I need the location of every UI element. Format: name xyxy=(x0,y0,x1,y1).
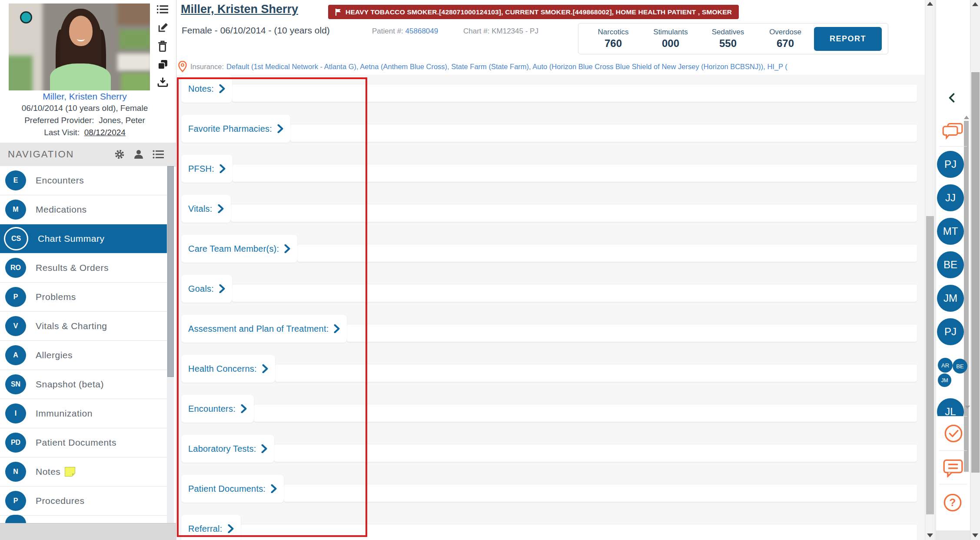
nav-item[interactable]: PD Patient Documents xyxy=(0,428,167,457)
window-scrollbar[interactable] xyxy=(970,0,980,540)
header-patient-name[interactable]: Miller, Kristen Sherry xyxy=(181,3,298,16)
section-header[interactable]: Assessment and Plan of Treatment: xyxy=(181,315,347,343)
section-collapsed-row[interactable] xyxy=(232,284,917,302)
chart-summary-content: Notes: Favorite Pharmacies: PFSH: xyxy=(176,75,925,540)
section-header[interactable]: Health Concerns: xyxy=(181,355,275,383)
collapse-panel-icon[interactable] xyxy=(948,93,955,103)
nav-item[interactable]: E Encounters xyxy=(0,166,167,195)
nav-item[interactable]: N Notes xyxy=(0,457,167,487)
section-collapsed-row[interactable] xyxy=(241,524,917,540)
alert-banner-text: HEAVY TOBACCO SMOKER.[428071000124103], … xyxy=(345,8,732,16)
rail-scroll-up-arrow[interactable] xyxy=(964,116,969,119)
preferred-provider: Preferred Provider: Jones, Peter xyxy=(0,116,169,125)
stat-label: Overdose xyxy=(757,28,814,37)
section-collapsed-row[interactable] xyxy=(275,364,917,382)
photo-person xyxy=(50,63,111,90)
section-label: Goals: xyxy=(188,284,214,294)
section-header[interactable]: PFSH: xyxy=(181,155,233,183)
rail-footer-strip xyxy=(936,530,970,540)
section-label: Care Team Member(s): xyxy=(188,244,279,254)
trash-icon[interactable] xyxy=(157,40,168,52)
section-header[interactable]: Notes: xyxy=(181,75,232,103)
patient-name-link[interactable]: Miller, Kristen Sherry xyxy=(0,91,169,102)
comment-icon[interactable] xyxy=(943,459,963,477)
section-header[interactable]: Vitals: xyxy=(181,195,231,223)
section-header[interactable]: Care Team Member(s): xyxy=(181,235,297,263)
person-icon[interactable] xyxy=(133,149,144,160)
nav-item[interactable]: RO Results & Orders xyxy=(0,253,167,283)
nav-item[interactable]: CS Chart Summary xyxy=(0,224,167,253)
nav-item[interactable]: I Immunization xyxy=(0,399,167,428)
help-icon[interactable]: ? xyxy=(943,493,962,512)
content-scrollbar[interactable] xyxy=(925,0,935,540)
section-collapsed-row[interactable] xyxy=(284,484,917,502)
nav-item[interactable]: M Medications xyxy=(0,195,167,224)
insurance-values[interactable]: Default (1st Medical Network - Atlanta G… xyxy=(226,63,787,71)
section-header[interactable]: Goals: xyxy=(181,275,232,303)
chat-icon[interactable] xyxy=(942,123,963,141)
section-collapsed-row[interactable] xyxy=(290,124,917,142)
avatar-small[interactable]: AR xyxy=(938,358,953,373)
nav-item-badge: N xyxy=(5,462,26,482)
window-scroll-up-arrow[interactable] xyxy=(972,2,978,6)
edit-icon[interactable] xyxy=(157,22,168,33)
avatar-small[interactable]: JM xyxy=(938,373,951,387)
avatar[interactable]: JJ xyxy=(937,184,964,211)
section-header[interactable]: Encounters: xyxy=(181,395,254,423)
ehr-app: Miller, Kristen Sherry 06/10/2014 (10 ye… xyxy=(0,0,980,540)
section-collapsed-row[interactable] xyxy=(297,244,917,262)
copy-icon[interactable] xyxy=(157,59,168,70)
avatar[interactable]: JM xyxy=(937,285,964,312)
scroll-down-arrow[interactable] xyxy=(927,533,933,537)
nav-item-label: Medications xyxy=(36,204,87,215)
section-collapsed-row[interactable] xyxy=(274,444,917,462)
stat-value: 000 xyxy=(642,37,699,50)
chevron-right-icon xyxy=(241,404,247,413)
section-header[interactable]: Referral: xyxy=(181,515,241,540)
nav-item[interactable]: SN Snapshot (beta) xyxy=(0,370,167,399)
nav-item[interactable]: P Procedures xyxy=(0,487,167,516)
nav-item-badge: SN xyxy=(5,374,26,394)
nav-item[interactable]: V Vitals & Charting xyxy=(0,312,167,341)
check-circle-icon[interactable] xyxy=(944,424,963,443)
avatar-small[interactable]: BE xyxy=(953,359,967,373)
avatar[interactable]: MT xyxy=(937,218,964,245)
avatar[interactable]: PJ xyxy=(937,151,964,178)
location-pin-icon xyxy=(178,61,187,72)
last-visit-link[interactable]: 08/12/2024 xyxy=(84,128,126,137)
report-button[interactable]: REPORT xyxy=(814,27,882,51)
section-collapsed-row[interactable] xyxy=(233,164,917,182)
content-scrollbar-thumb[interactable] xyxy=(926,216,934,514)
chevron-right-icon xyxy=(277,124,283,133)
section-header[interactable]: Laboratory Tests: xyxy=(181,435,274,463)
gear-icon[interactable] xyxy=(114,149,125,160)
scroll-up-arrow[interactable] xyxy=(927,2,933,6)
nav-item[interactable]: P Problems xyxy=(0,283,167,312)
section-header[interactable]: Favorite Pharmacies: xyxy=(181,115,290,143)
section-header[interactable]: Patient Documents: xyxy=(181,475,284,503)
rail-scrollbar-thumb[interactable] xyxy=(964,121,969,472)
section-collapsed-row[interactable] xyxy=(254,404,917,422)
window-scroll-down-arrow[interactable] xyxy=(972,533,978,537)
section-collapsed-row[interactable] xyxy=(347,324,917,342)
sidebar-scrollbar-thumb[interactable] xyxy=(167,166,174,377)
avatar[interactable]: PJ xyxy=(937,318,964,345)
sidebar-scrollbar[interactable] xyxy=(167,166,174,523)
nav-item[interactable]: A Allergies xyxy=(0,341,167,370)
section-label: Referral: xyxy=(188,524,223,534)
nav-item-label: Allergies xyxy=(36,350,73,360)
nav-item-partial-badge[interactable] xyxy=(5,515,26,523)
download-icon[interactable] xyxy=(157,77,168,88)
chevron-right-icon xyxy=(334,324,340,333)
chart-section: Encounters: xyxy=(176,395,925,435)
window-scrollbar-thumb[interactable] xyxy=(971,72,980,473)
section-collapsed-row[interactable] xyxy=(231,204,917,222)
bulleted-list-icon[interactable] xyxy=(153,150,164,159)
avatar-caret-icon[interactable] xyxy=(965,406,970,409)
patient-number-value[interactable]: 45868049 xyxy=(405,27,439,35)
list-icon[interactable] xyxy=(157,4,168,15)
avatar[interactable]: JL xyxy=(937,398,964,416)
photo-backdrop xyxy=(117,3,150,25)
section-collapsed-row[interactable] xyxy=(232,84,917,102)
avatar[interactable]: BE xyxy=(937,251,964,278)
